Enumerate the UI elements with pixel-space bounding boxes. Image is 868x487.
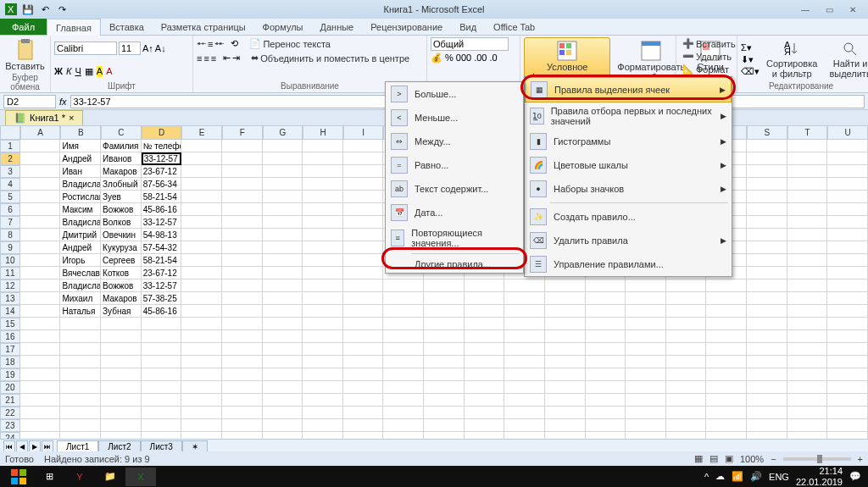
tray-cloud-icon[interactable]: ☁ [715, 471, 725, 482]
cell[interactable] [181, 241, 222, 254]
cell[interactable] [181, 203, 222, 216]
cell[interactable] [263, 254, 303, 267]
row-header[interactable]: 16 [0, 330, 20, 343]
cell[interactable] [303, 267, 343, 279]
cell[interactable] [263, 356, 303, 368]
cell[interactable] [787, 419, 828, 432]
cell[interactable] [626, 292, 666, 305]
cell[interactable] [263, 178, 303, 191]
cell[interactable] [747, 407, 787, 419]
cell[interactable]: Иван [60, 165, 101, 178]
cell[interactable] [181, 368, 222, 381]
cell[interactable] [303, 318, 343, 330]
tray-lang[interactable]: ENG [769, 472, 789, 482]
cell[interactable] [181, 279, 222, 292]
cell[interactable] [747, 241, 787, 254]
cell[interactable] [101, 356, 142, 368]
cell[interactable]: Волков [101, 216, 142, 229]
cell[interactable] [343, 330, 384, 343]
tab-home[interactable]: Главная [47, 19, 101, 36]
cell[interactable] [545, 407, 586, 419]
cell[interactable] [666, 318, 707, 330]
tray-wifi-icon[interactable]: 📶 [732, 471, 743, 482]
cell[interactable] [101, 419, 142, 432]
cell[interactable] [747, 203, 787, 216]
tray-notifications-icon[interactable]: 💬 [849, 471, 861, 482]
tab-data[interactable]: Данные [311, 19, 362, 35]
cell[interactable] [181, 140, 222, 152]
cell[interactable] [20, 267, 61, 279]
cell[interactable] [303, 343, 343, 356]
cell[interactable] [222, 330, 263, 343]
cell[interactable] [827, 330, 868, 343]
cell[interactable] [545, 279, 586, 292]
cell[interactable] [666, 292, 707, 305]
cell[interactable] [142, 368, 182, 381]
cell[interactable] [747, 165, 787, 178]
cell[interactable] [586, 368, 626, 381]
cell[interactable] [222, 407, 263, 419]
cell[interactable] [827, 318, 868, 330]
cell[interactable] [101, 368, 142, 381]
cell[interactable] [504, 407, 545, 419]
cell[interactable] [343, 216, 384, 229]
cell[interactable] [181, 178, 222, 191]
cell[interactable] [465, 419, 505, 432]
row-header[interactable]: 13 [0, 292, 20, 305]
manage-rules[interactable]: ☰Управление правилами... [525, 252, 732, 276]
cell[interactable] [827, 343, 868, 356]
cell[interactable] [343, 318, 384, 330]
cell[interactable] [787, 368, 828, 381]
cell[interactable]: Игорь [60, 254, 101, 267]
cell[interactable]: Андрей [60, 152, 101, 165]
cell[interactable]: 58-21-54 [142, 191, 182, 203]
cell[interactable] [303, 419, 343, 432]
cell[interactable] [303, 203, 343, 216]
cell[interactable] [626, 305, 666, 318]
cell[interactable] [343, 368, 384, 381]
data-bars[interactable]: ▮Гистограммы▶ [525, 130, 732, 153]
cell[interactable] [263, 305, 303, 318]
cell[interactable]: Иванов [101, 152, 142, 165]
cell[interactable]: Максим [60, 203, 101, 216]
cell[interactable] [343, 279, 384, 292]
cell[interactable] [787, 229, 828, 241]
sheet-last-icon[interactable]: ⏭ [42, 440, 53, 452]
cell[interactable] [545, 318, 586, 330]
cell[interactable] [586, 318, 626, 330]
cell[interactable] [303, 165, 343, 178]
cell[interactable]: Наталья [60, 305, 101, 318]
cell[interactable] [626, 419, 666, 432]
font-size-select[interactable] [120, 42, 140, 54]
cell[interactable] [827, 267, 868, 279]
redo-icon[interactable]: ↷ [54, 2, 70, 17]
row-header[interactable]: 21 [0, 394, 20, 407]
cell[interactable] [222, 279, 263, 292]
cell[interactable] [263, 407, 303, 419]
cell[interactable] [20, 191, 61, 203]
cell[interactable] [747, 318, 787, 330]
cell[interactable] [504, 356, 545, 368]
cell[interactable] [747, 305, 787, 318]
cell[interactable]: Фамилия [101, 140, 142, 152]
paste-button[interactable]: Вставить [3, 37, 47, 73]
cell[interactable] [60, 381, 101, 394]
decrease-font-icon[interactable]: A↓ [155, 43, 166, 53]
column-header[interactable]: U [827, 125, 868, 140]
icon-sets[interactable]: ●Наборы значков▶ [525, 177, 732, 201]
row-header[interactable]: 6 [0, 203, 20, 216]
document-tab[interactable]: 📗Книга1 *× [5, 110, 83, 126]
zoom-level[interactable]: 100% [740, 454, 764, 464]
cell[interactable] [424, 419, 465, 432]
cell[interactable] [222, 343, 263, 356]
cell[interactable] [545, 381, 586, 394]
cell[interactable] [101, 394, 142, 407]
cell[interactable] [343, 152, 384, 165]
cell[interactable] [747, 267, 787, 279]
cell[interactable] [827, 191, 868, 203]
cell[interactable] [787, 267, 828, 279]
cell[interactable] [20, 165, 61, 178]
cell[interactable] [383, 356, 424, 368]
cell[interactable] [827, 241, 868, 254]
cell[interactable]: Владисла [60, 279, 101, 292]
